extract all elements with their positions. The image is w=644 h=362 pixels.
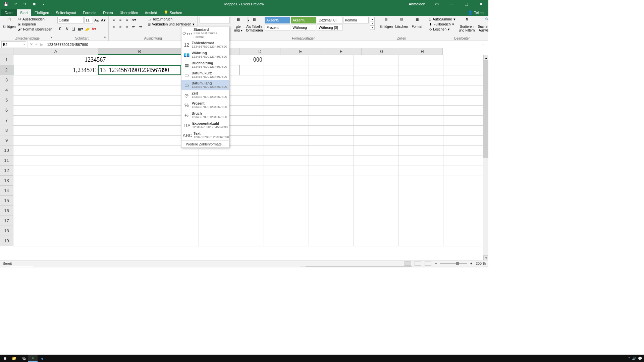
cell-A17[interactable] <box>13 216 107 226</box>
row-header-9[interactable]: 9 <box>0 135 13 145</box>
cell-G2[interactable] <box>398 65 443 75</box>
numfmt-item-datum--lang[interactable]: ▭ Datum, lang 12345678901234567890 <box>181 80 229 90</box>
cell-H17[interactable] <box>443 216 488 226</box>
underline-button[interactable]: U <box>71 26 77 32</box>
number-format-selector[interactable]: ▾ <box>200 17 230 23</box>
style-waehrung0[interactable]: Währung [0] <box>317 24 342 31</box>
select-all-corner[interactable] <box>0 48 13 55</box>
cell-G1[interactable] <box>398 55 443 65</box>
cell-G13[interactable] <box>398 176 443 186</box>
cell-G14[interactable] <box>398 186 443 196</box>
numfmt-item-exponentialzahl[interactable]: 10² Exponentialzahl 12345678901234567890 <box>181 120 229 130</box>
row-header-7[interactable]: 7 <box>0 115 13 125</box>
namebox-dropdown-icon[interactable]: ▾ <box>23 43 26 46</box>
cell-D1[interactable] <box>264 55 309 65</box>
numfmt-item-standard[interactable]: ⟳₁₂₃ Standard Kein bestimmtes Format <box>181 26 229 40</box>
formulabar-expand-icon[interactable]: ⌄ <box>480 43 486 46</box>
style-scroll-down[interactable]: ▾ <box>370 21 375 25</box>
save-icon[interactable]: 💾 <box>3 1 9 7</box>
cell-G12[interactable] <box>398 166 443 176</box>
cell-H4[interactable] <box>443 85 488 95</box>
cell-B11[interactable] <box>107 156 199 166</box>
cell-D6[interactable] <box>264 105 309 115</box>
cell-F6[interactable] <box>354 105 398 115</box>
cell-F18[interactable] <box>354 226 398 236</box>
cell-G4[interactable] <box>398 85 443 95</box>
cell-H15[interactable] <box>443 196 488 206</box>
paste-button[interactable]: 📋 Einfügen <box>2 17 16 37</box>
cell-E8[interactable] <box>309 125 354 135</box>
row-header-5[interactable]: 5 <box>0 95 13 105</box>
row-header-10[interactable]: 10 <box>0 145 13 156</box>
style-scroll-up[interactable]: ▴ <box>370 17 375 21</box>
cell-D15[interactable] <box>264 196 309 206</box>
increase-font-icon[interactable]: A▴ <box>94 17 100 23</box>
row-header-2[interactable]: 2 <box>0 65 13 75</box>
enter-formula-icon[interactable]: ✓ <box>35 42 38 47</box>
italic-button[interactable]: K <box>64 26 70 32</box>
cell-H3[interactable] <box>443 75 488 85</box>
close-button[interactable]: ✕ <box>474 0 488 8</box>
qat-customize-icon[interactable]: ▾ <box>41 1 46 7</box>
cell-C12[interactable] <box>199 166 264 176</box>
cell-A11[interactable] <box>13 156 107 166</box>
vscroll-thumb[interactable] <box>483 60 488 158</box>
cell-G6[interactable] <box>398 105 443 115</box>
maximize-button[interactable]: ▢ <box>459 0 474 8</box>
cell-G8[interactable] <box>398 125 443 135</box>
tab-file[interactable]: Datei <box>1 9 17 16</box>
font-dialog-launcher[interactable]: ⬊ <box>104 36 108 40</box>
cell-A14[interactable] <box>13 186 107 196</box>
view-page-break-button[interactable] <box>425 261 431 266</box>
row-header-1[interactable]: 1 <box>0 55 13 65</box>
cell-G3[interactable] <box>398 75 443 85</box>
cell-D10[interactable] <box>264 145 309 156</box>
style-dezimal[interactable]: Dezimal [0] <box>317 17 342 23</box>
cell-C18[interactable] <box>199 226 264 236</box>
align-right-icon[interactable]: ≡ <box>124 23 130 29</box>
cell-E7[interactable] <box>309 115 354 125</box>
cell-F4[interactable] <box>354 85 398 95</box>
row-header-6[interactable]: 6 <box>0 105 13 115</box>
autosum-button[interactable]: Σ AutoSumme ▾ <box>428 17 456 21</box>
cell-H11[interactable] <box>443 156 488 166</box>
tab-layout[interactable]: Seitenlayout <box>52 9 79 16</box>
align-top-icon[interactable]: ≡ <box>111 17 117 23</box>
cell-D3[interactable] <box>264 75 309 85</box>
row-header-8[interactable]: 8 <box>0 125 13 135</box>
cell-D18[interactable] <box>264 226 309 236</box>
cell-A6[interactable] <box>13 105 107 115</box>
cell-B17[interactable] <box>107 216 199 226</box>
numfmt-item-bruch[interactable]: ½ Bruch 12345678901234567890 <box>181 110 229 120</box>
cell-F17[interactable] <box>354 216 398 226</box>
cell-D13[interactable] <box>264 176 309 186</box>
style-komma[interactable]: Komma <box>343 17 369 23</box>
border-button[interactable]: ▦▾ <box>77 26 84 32</box>
cell-A4[interactable] <box>13 85 107 95</box>
column-header-E[interactable]: E <box>280 48 321 55</box>
orientation-icon[interactable]: ⤭▾ <box>131 17 137 23</box>
minimize-button[interactable]: — <box>444 0 459 8</box>
cell-H12[interactable] <box>443 166 488 176</box>
cell-B19[interactable] <box>107 236 199 246</box>
numfmt-item-text[interactable]: ABC Text 12345678901234567890 <box>181 130 229 140</box>
cell-E19[interactable] <box>309 236 354 246</box>
cell-A19[interactable] <box>13 236 107 246</box>
cell-H1[interactable] <box>443 55 488 65</box>
ribbon-options-icon[interactable]: ▭ <box>429 0 444 8</box>
cell-G18[interactable] <box>398 226 443 236</box>
view-page-layout-button[interactable] <box>415 261 421 266</box>
cell-F3[interactable] <box>354 75 398 85</box>
cell-A12[interactable] <box>13 166 107 176</box>
cell-E3[interactable] <box>309 75 354 85</box>
tab-insert[interactable]: Einfügen <box>31 9 52 16</box>
redo-icon[interactable]: ↷ <box>22 1 28 7</box>
row-header-13[interactable]: 13 <box>0 176 13 186</box>
align-bottom-icon[interactable]: ≡ <box>124 17 130 23</box>
cell-G7[interactable] <box>398 115 443 125</box>
cell-G11[interactable] <box>398 156 443 166</box>
cell-E5[interactable] <box>309 95 354 105</box>
cell-F5[interactable] <box>354 95 398 105</box>
cell-E17[interactable] <box>309 216 354 226</box>
zoom-in-button[interactable]: + <box>470 261 472 265</box>
